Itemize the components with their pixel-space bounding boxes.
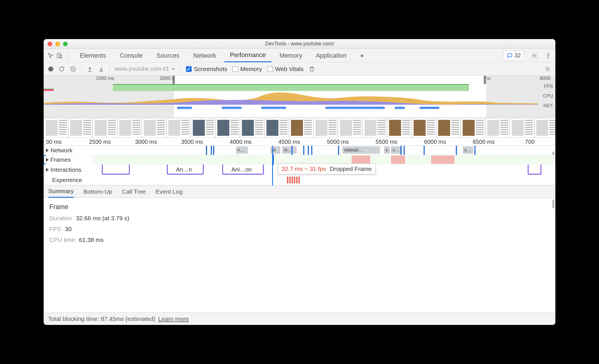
titlebar: DevTools - www.youtube.com/ (44, 39, 555, 49)
upload-icon[interactable] (87, 66, 93, 72)
expand-icon[interactable] (46, 148, 49, 152)
screenshot-thumb[interactable] (264, 118, 289, 138)
reload-icon[interactable] (58, 66, 65, 72)
flamechart-tracks: Network v… vi vi… videopl… v v… v… (44, 146, 555, 185)
scrollbar[interactable] (552, 200, 555, 208)
learn-more-link[interactable]: Learn more (158, 316, 189, 322)
screenshot-thumb[interactable] (461, 118, 485, 138)
kebab-menu-icon[interactable] (545, 52, 551, 59)
selection-handle-left[interactable] (173, 76, 175, 84)
tab-bottom-up[interactable]: Bottom-Up (84, 185, 112, 198)
screenshot-thumb[interactable] (387, 118, 412, 138)
screenshot-thumb[interactable] (485, 118, 510, 138)
tab-performance[interactable]: Performance (224, 49, 272, 62)
checkbox-icon (232, 66, 238, 72)
tabs-overflow[interactable]: » (355, 49, 369, 62)
memory-checkbox[interactable]: Memory (232, 66, 262, 72)
tab-call-tree[interactable]: Call Tree (122, 185, 146, 198)
fps-value: 30 (65, 226, 72, 232)
recording-selector[interactable]: www.youtube.com #1 ▼ (115, 66, 175, 72)
tab-summary[interactable]: Summary (48, 185, 74, 198)
screenshot-thumb[interactable] (313, 118, 338, 138)
checkbox-checked-icon: ✓ (186, 66, 192, 72)
screenshot-thumb[interactable] (117, 118, 142, 138)
fps-overview (44, 84, 538, 91)
summary-panel: Frame Duration32.66 ms (at 3.79 s) FPS30… (44, 198, 555, 312)
record-button[interactable] (48, 66, 53, 72)
screenshot-thumb[interactable] (215, 118, 240, 138)
window-title: DevTools - www.youtube.com/ (44, 41, 555, 47)
settings-icon[interactable] (531, 52, 538, 59)
interaction-span[interactable] (167, 165, 204, 175)
screenshot-thumb[interactable] (436, 118, 461, 138)
screenshot-thumb[interactable] (142, 118, 166, 138)
screenshot-thumb[interactable] (412, 118, 436, 138)
checkbox-icon (267, 66, 273, 72)
details-tabs: Summary Bottom-Up Call Tree Event Log (44, 185, 555, 198)
download-icon[interactable] (98, 66, 104, 72)
selection-handle-right[interactable] (484, 76, 486, 84)
screenshot-thumb[interactable] (44, 118, 68, 138)
performance-toolbar: www.youtube.com #1 ▼ ✓ Screenshots Memor… (44, 62, 555, 76)
device-toggle-icon[interactable] (56, 52, 62, 59)
trash-icon[interactable] (309, 66, 315, 72)
cpu-overview (44, 92, 538, 105)
svg-point-4 (548, 55, 549, 56)
expand-icon[interactable] (46, 158, 49, 162)
experience-track[interactable]: Experience (44, 175, 555, 185)
messages-badge[interactable]: 32 (503, 51, 524, 60)
overview-timeline[interactable]: 1000 ms 2000 ms 3000 ms 4000 ms 5000 ms … (44, 76, 555, 118)
clear-icon[interactable] (70, 66, 76, 72)
network-track[interactable]: Network v… vi vi… videopl… v v… v… (44, 146, 555, 155)
inspect-icon[interactable] (48, 52, 54, 59)
bracket-left-icon (44, 155, 46, 164)
svg-point-5 (548, 57, 549, 58)
playhead-line[interactable] (272, 146, 273, 186)
tab-elements[interactable]: Elements (74, 49, 112, 62)
screenshot-filmstrip[interactable] (44, 118, 555, 138)
duration-value: 32.66 ms (at 3.79 s) (76, 215, 129, 222)
experience-bars[interactable] (287, 177, 300, 183)
screenshot-thumb[interactable] (166, 118, 191, 138)
svg-point-2 (534, 55, 535, 56)
dropped-frame[interactable] (352, 155, 370, 164)
screenshot-thumb[interactable] (240, 118, 264, 138)
tab-event-log[interactable]: Event Log (155, 185, 183, 198)
screenshots-checkbox[interactable]: ✓ Screenshots (186, 66, 227, 72)
net-overview (44, 106, 538, 109)
capture-settings-icon[interactable] (545, 66, 551, 72)
dropped-frame[interactable] (391, 155, 405, 164)
tab-application[interactable]: Application (310, 49, 352, 62)
messages-count: 32 (515, 52, 521, 59)
tab-memory[interactable]: Memory (274, 49, 308, 62)
frames-track[interactable]: Frames (44, 155, 555, 165)
expand-icon[interactable] (46, 168, 49, 172)
tab-console[interactable]: Console (114, 49, 149, 62)
frame-tooltip: 32.7 ms ~ 31 fps Dropped Frame (278, 163, 376, 174)
interaction-span[interactable] (528, 165, 542, 175)
screenshot-thumb[interactable] (68, 118, 93, 138)
screenshot-thumb[interactable] (338, 118, 363, 138)
devtools-window: DevTools - www.youtube.com/ Elements Con… (44, 39, 555, 325)
tab-network[interactable]: Network (187, 49, 222, 62)
tab-sources[interactable]: Sources (151, 49, 185, 62)
timeline-ruler[interactable]: 00 ms 2500 ms 3000 ms 3500 ms 4000 ms 45… (44, 138, 555, 146)
svg-point-7 (547, 68, 549, 70)
interaction-span[interactable] (102, 165, 129, 175)
svg-rect-0 (57, 53, 60, 58)
chevron-down-icon: ▼ (171, 67, 175, 71)
web-vitals-checkbox[interactable]: Web Vitals (267, 66, 304, 72)
summary-heading: Frame (49, 203, 550, 211)
screenshot-thumb[interactable] (363, 118, 387, 138)
screenshot-thumb[interactable] (191, 118, 215, 138)
screenshot-thumb[interactable] (93, 118, 117, 138)
message-icon (507, 52, 513, 59)
screenshot-thumb[interactable] (510, 118, 534, 138)
svg-point-3 (548, 53, 549, 54)
main-tabs: Elements Console Sources Network Perform… (44, 49, 555, 62)
interaction-span[interactable] (222, 165, 264, 175)
dropped-frame[interactable] (431, 155, 454, 164)
interactions-track[interactable]: Interactions An…n Ani…on 32.7 ms ~ 31 fp… (44, 165, 555, 175)
screenshot-thumb[interactable] (289, 118, 313, 138)
screenshot-thumb[interactable] (534, 118, 555, 138)
